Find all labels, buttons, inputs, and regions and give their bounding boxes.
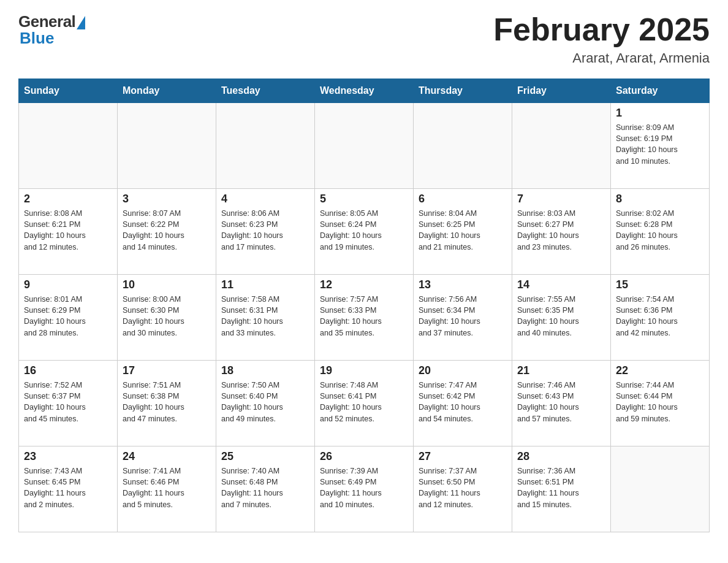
day-number: 13 <box>419 278 507 291</box>
day-number: 2 <box>24 193 112 205</box>
day-info: Sunrise: 8:04 AM Sunset: 6:25 PM Dayligh… <box>419 208 507 253</box>
calendar-table: SundayMondayTuesdayWednesdayThursdayFrid… <box>18 79 710 532</box>
calendar-cell <box>611 446 710 532</box>
day-info: Sunrise: 8:09 AM Sunset: 6:19 PM Dayligh… <box>616 122 704 167</box>
day-info: Sunrise: 7:41 AM Sunset: 6:46 PM Dayligh… <box>123 465 211 510</box>
day-number: 8 <box>616 193 704 205</box>
week-row: 9Sunrise: 8:01 AM Sunset: 6:29 PM Daylig… <box>19 275 710 361</box>
week-row: 16Sunrise: 7:52 AM Sunset: 6:37 PM Dayli… <box>19 361 710 446</box>
day-number: 16 <box>24 364 112 377</box>
calendar-body: 1Sunrise: 8:09 AM Sunset: 6:19 PM Daylig… <box>19 103 710 532</box>
day-info: Sunrise: 7:50 AM Sunset: 6:40 PM Dayligh… <box>221 380 309 424</box>
month-title: February 2025 <box>493 12 710 47</box>
day-info: Sunrise: 7:47 AM Sunset: 6:42 PM Dayligh… <box>419 380 507 424</box>
day-info: Sunrise: 7:44 AM Sunset: 6:44 PM Dayligh… <box>616 380 704 424</box>
day-info: Sunrise: 8:01 AM Sunset: 6:29 PM Dayligh… <box>24 294 112 339</box>
day-info: Sunrise: 7:57 AM Sunset: 6:33 PM Dayligh… <box>320 294 408 339</box>
day-info: Sunrise: 8:08 AM Sunset: 6:21 PM Dayligh… <box>24 208 112 253</box>
day-info: Sunrise: 8:07 AM Sunset: 6:22 PM Dayligh… <box>123 208 211 253</box>
logo-triangle-icon <box>77 16 85 29</box>
day-info: Sunrise: 8:00 AM Sunset: 6:30 PM Dayligh… <box>123 294 211 339</box>
calendar-cell: 1Sunrise: 8:09 AM Sunset: 6:19 PM Daylig… <box>611 103 710 189</box>
day-info: Sunrise: 7:52 AM Sunset: 6:37 PM Dayligh… <box>24 380 112 424</box>
day-number: 24 <box>123 450 211 463</box>
day-of-week-header: Saturday <box>611 79 710 103</box>
day-number: 7 <box>517 193 605 205</box>
calendar-cell: 23Sunrise: 7:43 AM Sunset: 6:45 PM Dayli… <box>19 446 118 532</box>
day-number: 3 <box>123 193 211 205</box>
day-number: 5 <box>320 193 408 205</box>
week-row: 2Sunrise: 8:08 AM Sunset: 6:21 PM Daylig… <box>19 189 710 275</box>
day-of-week-header: Tuesday <box>216 79 315 103</box>
day-number: 12 <box>320 278 408 291</box>
calendar-cell: 10Sunrise: 8:00 AM Sunset: 6:30 PM Dayli… <box>118 275 216 361</box>
page-header: General Blue February 2025 Ararat, Arara… <box>18 12 710 66</box>
day-number: 14 <box>517 278 605 291</box>
title-section: February 2025 Ararat, Ararat, Armenia <box>493 12 710 66</box>
day-info: Sunrise: 7:43 AM Sunset: 6:45 PM Dayligh… <box>24 465 112 510</box>
week-row: 23Sunrise: 7:43 AM Sunset: 6:45 PM Dayli… <box>19 446 710 532</box>
location-title: Ararat, Ararat, Armenia <box>493 50 710 66</box>
calendar-cell: 16Sunrise: 7:52 AM Sunset: 6:37 PM Dayli… <box>19 361 118 446</box>
day-number: 17 <box>123 364 211 377</box>
calendar-cell <box>315 103 414 189</box>
calendar-cell: 24Sunrise: 7:41 AM Sunset: 6:46 PM Dayli… <box>118 446 216 532</box>
calendar-header: SundayMondayTuesdayWednesdayThursdayFrid… <box>19 79 710 103</box>
day-number: 1 <box>616 107 704 120</box>
calendar-cell <box>414 103 512 189</box>
day-number: 4 <box>221 193 309 205</box>
day-of-week-header: Wednesday <box>315 79 414 103</box>
day-number: 25 <box>221 450 309 463</box>
day-info: Sunrise: 7:36 AM Sunset: 6:51 PM Dayligh… <box>517 465 605 510</box>
day-number: 26 <box>320 450 408 463</box>
day-number: 23 <box>24 450 112 463</box>
calendar-cell: 8Sunrise: 8:02 AM Sunset: 6:28 PM Daylig… <box>611 189 710 275</box>
calendar-cell: 5Sunrise: 8:05 AM Sunset: 6:24 PM Daylig… <box>315 189 414 275</box>
week-row: 1Sunrise: 8:09 AM Sunset: 6:19 PM Daylig… <box>19 103 710 189</box>
calendar-cell: 26Sunrise: 7:39 AM Sunset: 6:49 PM Dayli… <box>315 446 414 532</box>
day-info: Sunrise: 7:37 AM Sunset: 6:50 PM Dayligh… <box>419 465 507 510</box>
day-info: Sunrise: 7:39 AM Sunset: 6:49 PM Dayligh… <box>320 465 408 510</box>
calendar-cell: 21Sunrise: 7:46 AM Sunset: 6:43 PM Dayli… <box>512 361 611 446</box>
calendar-cell: 11Sunrise: 7:58 AM Sunset: 6:31 PM Dayli… <box>216 275 315 361</box>
day-info: Sunrise: 7:58 AM Sunset: 6:31 PM Dayligh… <box>221 294 309 339</box>
calendar-cell: 9Sunrise: 8:01 AM Sunset: 6:29 PM Daylig… <box>19 275 118 361</box>
calendar-cell: 28Sunrise: 7:36 AM Sunset: 6:51 PM Dayli… <box>512 446 611 532</box>
day-of-week-header: Sunday <box>19 79 118 103</box>
day-info: Sunrise: 8:02 AM Sunset: 6:28 PM Dayligh… <box>616 208 704 253</box>
day-number: 20 <box>419 364 507 377</box>
calendar-cell: 25Sunrise: 7:40 AM Sunset: 6:48 PM Dayli… <box>216 446 315 532</box>
calendar-cell: 18Sunrise: 7:50 AM Sunset: 6:40 PM Dayli… <box>216 361 315 446</box>
day-info: Sunrise: 7:55 AM Sunset: 6:35 PM Dayligh… <box>517 294 605 339</box>
day-number: 27 <box>419 450 507 463</box>
calendar-cell: 12Sunrise: 7:57 AM Sunset: 6:33 PM Dayli… <box>315 275 414 361</box>
calendar-cell: 14Sunrise: 7:55 AM Sunset: 6:35 PM Dayli… <box>512 275 611 361</box>
calendar-cell <box>19 103 118 189</box>
day-number: 11 <box>221 278 309 291</box>
day-of-week-header: Friday <box>512 79 611 103</box>
calendar-cell: 4Sunrise: 8:06 AM Sunset: 6:23 PM Daylig… <box>216 189 315 275</box>
day-number: 6 <box>419 193 507 205</box>
calendar-cell: 19Sunrise: 7:48 AM Sunset: 6:41 PM Dayli… <box>315 361 414 446</box>
logo: General Blue <box>18 12 85 48</box>
days-of-week-row: SundayMondayTuesdayWednesdayThursdayFrid… <box>19 79 710 103</box>
day-of-week-header: Thursday <box>414 79 512 103</box>
calendar-cell: 22Sunrise: 7:44 AM Sunset: 6:44 PM Dayli… <box>611 361 710 446</box>
day-number: 10 <box>123 278 211 291</box>
day-number: 22 <box>616 364 704 377</box>
calendar-cell: 3Sunrise: 8:07 AM Sunset: 6:22 PM Daylig… <box>118 189 216 275</box>
day-number: 28 <box>517 450 605 463</box>
day-number: 9 <box>24 278 112 291</box>
calendar-cell: 6Sunrise: 8:04 AM Sunset: 6:25 PM Daylig… <box>414 189 512 275</box>
calendar-cell <box>216 103 315 189</box>
calendar-cell: 17Sunrise: 7:51 AM Sunset: 6:38 PM Dayli… <box>118 361 216 446</box>
day-info: Sunrise: 8:03 AM Sunset: 6:27 PM Dayligh… <box>517 208 605 253</box>
calendar-cell: 2Sunrise: 8:08 AM Sunset: 6:21 PM Daylig… <box>19 189 118 275</box>
day-info: Sunrise: 8:05 AM Sunset: 6:24 PM Dayligh… <box>320 208 408 253</box>
day-info: Sunrise: 8:06 AM Sunset: 6:23 PM Dayligh… <box>221 208 309 253</box>
day-info: Sunrise: 7:56 AM Sunset: 6:34 PM Dayligh… <box>419 294 507 339</box>
day-info: Sunrise: 7:46 AM Sunset: 6:43 PM Dayligh… <box>517 380 605 424</box>
day-number: 21 <box>517 364 605 377</box>
calendar-cell <box>512 103 611 189</box>
calendar-cell: 15Sunrise: 7:54 AM Sunset: 6:36 PM Dayli… <box>611 275 710 361</box>
